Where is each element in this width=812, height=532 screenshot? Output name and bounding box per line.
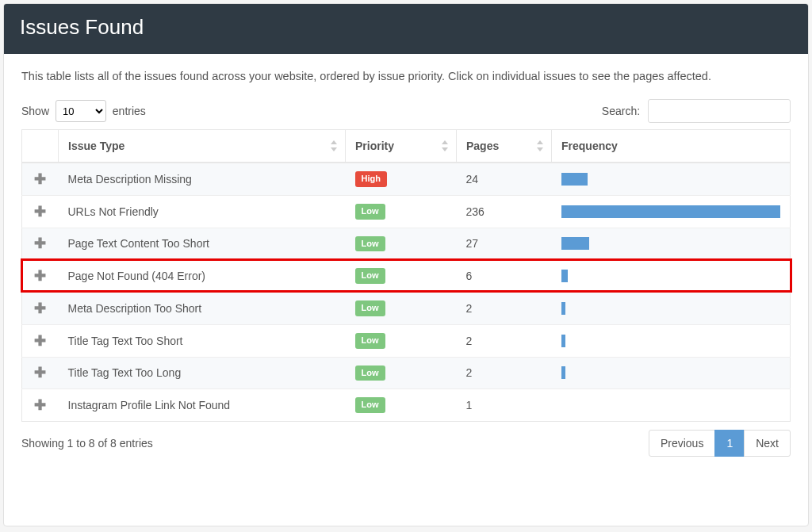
issue-type-cell: Meta Description Missing — [59, 163, 346, 195]
panel-body: This table lists all of the issues found… — [4, 54, 808, 526]
expand-cell[interactable]: ✚ — [22, 293, 59, 325]
frequency-bar — [561, 205, 781, 218]
pages-cell: 2 — [457, 357, 552, 389]
plus-icon[interactable]: ✚ — [34, 235, 46, 251]
plus-icon[interactable]: ✚ — [34, 171, 46, 187]
col-issue-type[interactable]: Issue Type — [59, 130, 346, 163]
col-frequency-label: Frequency — [561, 140, 618, 152]
table-row[interactable]: ✚Page Not Found (404 Error)Low6 — [22, 260, 791, 293]
search-input[interactable] — [648, 99, 791, 123]
pages-cell: 24 — [457, 163, 552, 195]
frequency-cell — [552, 357, 791, 389]
pages-cell: 2 — [457, 293, 552, 325]
table-row[interactable]: ✚Meta Description MissingHigh24 — [22, 163, 791, 195]
length-prefix: Show — [21, 105, 49, 117]
search-label: Search: — [602, 105, 640, 117]
table-info: Showing 1 to 8 of 8 entries — [21, 437, 153, 450]
frequency-cell — [552, 228, 791, 260]
priority-cell: Low — [346, 260, 457, 293]
issue-type-cell: Title Tag Text Too Short — [59, 324, 346, 357]
expand-cell[interactable]: ✚ — [22, 163, 59, 195]
pages-cell: 236 — [457, 195, 552, 228]
table-row[interactable]: ✚Title Tag Text Too LongLow2 — [22, 357, 791, 389]
table-footer: Showing 1 to 8 of 8 entries Previous 1 N… — [21, 430, 791, 457]
page-1[interactable]: 1 — [714, 430, 745, 457]
sort-icon — [440, 139, 450, 153]
table-row[interactable]: ✚Instagram Profile Link Not FoundLow1 — [22, 389, 791, 422]
frequency-bar — [561, 366, 566, 379]
length-select[interactable]: 10 — [56, 100, 106, 122]
priority-cell: Low — [346, 389, 457, 422]
expand-cell[interactable]: ✚ — [22, 357, 59, 389]
length-control: Show 10 entries — [21, 100, 146, 122]
length-suffix: entries — [113, 105, 146, 117]
issue-type-cell: Meta Description Too Short — [59, 293, 346, 325]
issues-table: Issue Type Priority Pages Frequency — [21, 129, 791, 422]
frequency-cell — [552, 389, 791, 422]
panel-header: Issues Found — [4, 4, 808, 54]
frequency-cell — [552, 324, 791, 357]
priority-badge: High — [355, 171, 387, 187]
frequency-bar — [561, 270, 568, 282]
expand-cell[interactable]: ✚ — [22, 389, 59, 422]
issue-type-cell: Page Text Content Too Short — [59, 228, 346, 260]
issue-type-cell: URLs Not Friendly — [59, 195, 346, 228]
plus-icon[interactable]: ✚ — [34, 268, 46, 284]
col-priority[interactable]: Priority — [346, 130, 457, 163]
expand-cell[interactable]: ✚ — [22, 260, 59, 293]
plus-icon[interactable]: ✚ — [34, 300, 46, 316]
priority-badge: Low — [355, 204, 385, 220]
frequency-bar — [561, 173, 588, 186]
page-prev[interactable]: Previous — [649, 430, 715, 457]
table-row[interactable]: ✚Page Text Content Too ShortLow27 — [22, 228, 791, 260]
issue-type-cell: Title Tag Text Too Long — [59, 357, 346, 389]
frequency-cell — [552, 163, 791, 195]
table-row[interactable]: ✚URLs Not FriendlyLow236 — [22, 195, 791, 228]
issues-panel: Issues Found This table lists all of the… — [3, 3, 809, 526]
priority-badge: Low — [355, 366, 385, 381]
col-expand — [22, 130, 59, 163]
col-pages-label: Pages — [466, 140, 499, 152]
frequency-bar — [561, 302, 566, 315]
col-pages[interactable]: Pages — [457, 130, 552, 163]
frequency-bar — [561, 335, 566, 347]
priority-badge: Low — [355, 236, 385, 252]
sort-icon — [329, 139, 339, 153]
frequency-cell — [552, 293, 791, 325]
priority-cell: High — [346, 163, 457, 195]
col-priority-label: Priority — [355, 140, 394, 152]
table-row[interactable]: ✚Meta Description Too ShortLow2 — [22, 293, 791, 325]
panel-description: This table lists all of the issues found… — [21, 68, 791, 85]
pages-cell: 6 — [457, 260, 552, 293]
pages-cell: 27 — [457, 228, 552, 260]
plus-icon[interactable]: ✚ — [34, 397, 46, 413]
plus-icon[interactable]: ✚ — [34, 204, 46, 220]
table-row[interactable]: ✚Title Tag Text Too ShortLow2 — [22, 324, 791, 357]
col-frequency: Frequency — [552, 130, 791, 163]
priority-badge: Low — [355, 397, 385, 413]
table-controls: Show 10 entries Search: — [21, 99, 791, 123]
priority-badge: Low — [355, 268, 385, 284]
priority-cell: Low — [346, 324, 457, 357]
pages-cell: 2 — [457, 324, 552, 357]
issue-type-cell: Page Not Found (404 Error) — [59, 260, 346, 293]
expand-cell[interactable]: ✚ — [22, 195, 59, 228]
issue-type-cell: Instagram Profile Link Not Found — [59, 389, 346, 422]
priority-cell: Low — [346, 293, 457, 325]
priority-cell: Low — [346, 228, 457, 260]
sort-icon — [535, 139, 545, 153]
expand-cell[interactable]: ✚ — [22, 228, 59, 260]
plus-icon[interactable]: ✚ — [34, 333, 46, 349]
page-next[interactable]: Next — [744, 430, 791, 457]
frequency-bar — [561, 237, 590, 250]
pages-cell: 1 — [457, 389, 552, 422]
page-title: Issues Found — [20, 15, 792, 40]
search-control: Search: — [602, 99, 791, 123]
plus-icon[interactable]: ✚ — [34, 365, 46, 381]
frequency-cell — [552, 195, 791, 228]
pagination: Previous 1 Next — [649, 430, 791, 457]
col-issue-type-label: Issue Type — [68, 140, 124, 152]
priority-badge: Low — [355, 333, 385, 349]
expand-cell[interactable]: ✚ — [22, 324, 59, 357]
priority-cell: Low — [346, 195, 457, 228]
